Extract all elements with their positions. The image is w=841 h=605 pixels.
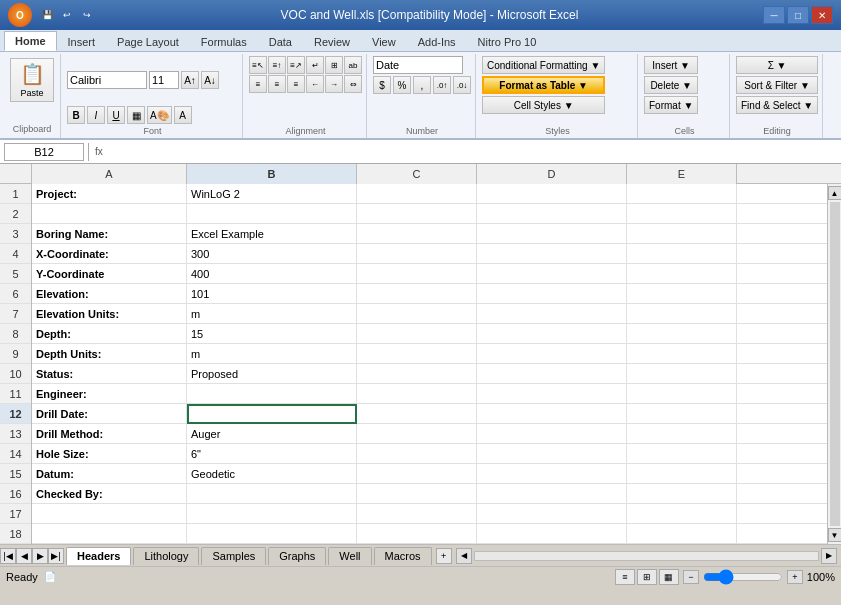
grid-cell-E2[interactable] xyxy=(627,204,737,224)
format-cells-button[interactable]: Format ▼ xyxy=(644,96,698,114)
grid-cell-D7[interactable] xyxy=(477,304,627,324)
grid-cell-A10[interactable]: Status: xyxy=(32,364,187,384)
grid-cell-B7[interactable]: m xyxy=(187,304,357,324)
grid-cell-B5[interactable]: 400 xyxy=(187,264,357,284)
grid-cell-C17[interactable] xyxy=(357,504,477,524)
grid-cell-B4[interactable]: 300 xyxy=(187,244,357,264)
grid-cell-C9[interactable] xyxy=(357,344,477,364)
grid-cell-D11[interactable] xyxy=(477,384,627,404)
grid-cell-D3[interactable] xyxy=(477,224,627,244)
grid-cell-B3[interactable]: Excel Example xyxy=(187,224,357,244)
tab-data[interactable]: Data xyxy=(258,32,303,51)
grid-cell-B16[interactable] xyxy=(187,484,357,504)
grid-cell-A8[interactable]: Depth: xyxy=(32,324,187,344)
align-top-right-button[interactable]: ≡↗ xyxy=(287,56,305,74)
border-button[interactable]: ▦ xyxy=(127,106,145,124)
scroll-down-button[interactable]: ▼ xyxy=(828,528,842,542)
grid-cell-D6[interactable] xyxy=(477,284,627,304)
grid-cell-C6[interactable] xyxy=(357,284,477,304)
grid-cell-E10[interactable] xyxy=(627,364,737,384)
sheet-tab-headers[interactable]: Headers xyxy=(66,547,131,565)
zoom-out-button[interactable]: − xyxy=(683,570,699,584)
text-direction-button[interactable]: ⇔ xyxy=(344,75,362,93)
grid-cell-D12[interactable] xyxy=(477,404,627,424)
align-left-button[interactable]: ≡ xyxy=(249,75,267,93)
grid-cell-C1[interactable] xyxy=(357,184,477,204)
grid-cell-D1[interactable] xyxy=(477,184,627,204)
grid-cell-A7[interactable]: Elevation Units: xyxy=(32,304,187,324)
decrease-font-button[interactable]: A↓ xyxy=(201,71,219,89)
tab-formulas[interactable]: Formulas xyxy=(190,32,258,51)
grid-cell-E7[interactable] xyxy=(627,304,737,324)
name-box[interactable] xyxy=(4,143,84,161)
maximize-button[interactable]: □ xyxy=(787,6,809,24)
grid-cell-B12[interactable] xyxy=(187,404,357,424)
grid-cell-A16[interactable]: Checked By: xyxy=(32,484,187,504)
grid-cell-E1[interactable] xyxy=(627,184,737,204)
col-header-d[interactable]: D xyxy=(477,164,627,184)
grid-cell-A15[interactable]: Datum: xyxy=(32,464,187,484)
grid-cell-E14[interactable] xyxy=(627,444,737,464)
grid-cell-A11[interactable]: Engineer: xyxy=(32,384,187,404)
grid-cell-C18[interactable] xyxy=(357,524,477,544)
sheet-nav-first[interactable]: |◀ xyxy=(0,548,16,564)
col-header-b[interactable]: B xyxy=(187,164,357,184)
redo-qa-button[interactable]: ↪ xyxy=(78,6,96,24)
grid-cell-A14[interactable]: Hole Size: xyxy=(32,444,187,464)
tab-insert[interactable]: Insert xyxy=(57,32,107,51)
grid-cell-A2[interactable] xyxy=(32,204,187,224)
grid-cell-E4[interactable] xyxy=(627,244,737,264)
col-header-e[interactable]: E xyxy=(627,164,737,184)
align-top-left-button[interactable]: ≡↖ xyxy=(249,56,267,74)
h-scroll-track[interactable] xyxy=(474,551,819,561)
grid-cell-A1[interactable]: Project: xyxy=(32,184,187,204)
grid-cell-E9[interactable] xyxy=(627,344,737,364)
save-qa-button[interactable]: 💾 xyxy=(38,6,56,24)
vertical-scrollbar[interactable]: ▲ ▼ xyxy=(827,184,841,544)
grid-cell-C10[interactable] xyxy=(357,364,477,384)
grid-cell-D4[interactable] xyxy=(477,244,627,264)
sheet-nav-next[interactable]: ▶ xyxy=(32,548,48,564)
grid-cell-D5[interactable] xyxy=(477,264,627,284)
grid-cell-A3[interactable]: Boring Name: xyxy=(32,224,187,244)
comma-button[interactable]: , xyxy=(413,76,431,94)
wrap-text-button[interactable]: ↵ xyxy=(306,56,324,74)
close-button[interactable]: ✕ xyxy=(811,6,833,24)
indent-increase-button[interactable]: → xyxy=(325,75,343,93)
fill-color-button[interactable]: A🎨 xyxy=(147,106,172,124)
sheet-add-button[interactable]: + xyxy=(436,548,452,564)
grid-cell-B14[interactable]: 6" xyxy=(187,444,357,464)
grid-cell-E8[interactable] xyxy=(627,324,737,344)
font-size-input[interactable]: 11 xyxy=(149,71,179,89)
grid-cell-D14[interactable] xyxy=(477,444,627,464)
italic-button[interactable]: I xyxy=(87,106,105,124)
undo-qa-button[interactable]: ↩ xyxy=(58,6,76,24)
page-break-view-button[interactable]: ▦ xyxy=(659,569,679,585)
sort-filter-button[interactable]: Sort & Filter ▼ xyxy=(736,76,818,94)
zoom-in-button[interactable]: + xyxy=(787,570,803,584)
cell-styles-button[interactable]: Cell Styles ▼ xyxy=(482,96,605,114)
grid-cell-D16[interactable] xyxy=(477,484,627,504)
sheet-nav-last[interactable]: ▶| xyxy=(48,548,64,564)
tab-review[interactable]: Review xyxy=(303,32,361,51)
grid-cell-C14[interactable] xyxy=(357,444,477,464)
delete-cells-button[interactable]: Delete ▼ xyxy=(644,76,698,94)
indent-decrease-button[interactable]: ← xyxy=(306,75,324,93)
grid-cell-B10[interactable]: Proposed xyxy=(187,364,357,384)
grid-cell-C2[interactable] xyxy=(357,204,477,224)
align-right-button[interactable]: ≡ xyxy=(287,75,305,93)
autosum-button[interactable]: Σ ▼ xyxy=(736,56,818,74)
grid-cell-D18[interactable] xyxy=(477,524,627,544)
col-header-c[interactable]: C xyxy=(357,164,477,184)
insert-cells-button[interactable]: Insert ▼ xyxy=(644,56,698,74)
grid-cell-E17[interactable] xyxy=(627,504,737,524)
col-header-a[interactable]: A xyxy=(32,164,187,184)
currency-button[interactable]: $ xyxy=(373,76,391,94)
grid-cell-A18[interactable] xyxy=(32,524,187,544)
sheet-tab-well[interactable]: Well xyxy=(328,547,371,565)
grid-cell-A5[interactable]: Y-Coordinate xyxy=(32,264,187,284)
grid-cell-B17[interactable] xyxy=(187,504,357,524)
sheet-nav-prev[interactable]: ◀ xyxy=(16,548,32,564)
h-scroll-left-button[interactable]: ◀ xyxy=(456,548,472,564)
tab-home[interactable]: Home xyxy=(4,31,57,51)
